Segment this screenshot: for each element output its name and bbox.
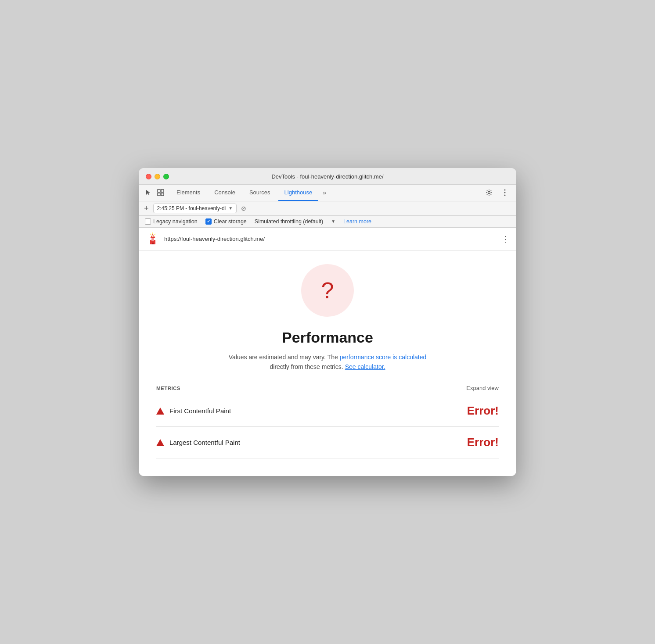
warning-triangle-icon <box>156 408 164 415</box>
metric-value-lcp: Error! <box>467 436 499 449</box>
tab-sources[interactable]: Sources <box>243 185 277 201</box>
metric-name-fcp: First Contentful Paint <box>169 407 462 415</box>
svg-point-12 <box>152 235 154 237</box>
throttle-dropdown-arrow[interactable]: ▼ <box>331 219 335 224</box>
traffic-lights <box>146 174 169 179</box>
calculator-link[interactable]: See calculator. <box>345 363 385 370</box>
svg-point-4 <box>488 192 490 194</box>
svg-rect-11 <box>152 243 154 244</box>
tab-lighthouse[interactable]: Lighthouse <box>278 185 319 201</box>
window-title: DevTools - foul-heavenly-direction.glitc… <box>271 173 383 180</box>
perf-score-link[interactable]: performance score is calculated <box>340 354 427 361</box>
throttle-label: Simulated throttling (default) <box>255 218 323 225</box>
clear-storage-checkbox-box[interactable] <box>205 218 212 225</box>
legacy-nav-checkbox[interactable]: Legacy navigation <box>145 218 198 225</box>
maximize-button[interactable] <box>163 174 169 179</box>
svg-rect-2 <box>158 193 160 196</box>
tab-more-button[interactable]: » <box>320 186 329 200</box>
settings-button[interactable] <box>483 186 495 199</box>
devtools-icons <box>144 188 165 197</box>
tab-elements[interactable]: Elements <box>170 185 206 201</box>
title-bar: DevTools - foul-heavenly-direction.glitc… <box>139 168 516 185</box>
legacy-nav-label: Legacy navigation <box>153 218 198 225</box>
warning-triangle-icon <box>156 439 164 446</box>
desc-part2: directly from these metrics. <box>270 363 345 370</box>
url-dropdown-arrow[interactable]: ▼ <box>228 206 233 211</box>
table-row: Largest Contentful Paint Error! <box>156 427 499 458</box>
lh-url: https://foul-heavenly-direction.glitch.m… <box>164 236 497 242</box>
metric-name-lcp: Largest Contentful Paint <box>169 439 462 446</box>
tab-console[interactable]: Console <box>208 185 241 201</box>
lighthouse-logo <box>146 232 160 246</box>
score-circle: ? <box>301 264 354 317</box>
metrics-list: First Contentful Paint Error! Largest Co… <box>156 395 499 458</box>
svg-rect-1 <box>161 190 164 192</box>
block-icon[interactable]: ⊘ <box>241 205 246 212</box>
new-tab-button[interactable]: + <box>144 204 149 212</box>
clear-storage-label: Clear storage <box>214 218 247 225</box>
learn-more-link[interactable]: Learn more <box>343 218 371 225</box>
close-button[interactable] <box>146 174 151 179</box>
svg-rect-9 <box>151 238 154 241</box>
toolbar-bar: + 2:45:25 PM - foul-heavenly-di ▼ ⊘ <box>139 201 516 216</box>
svg-line-15 <box>150 234 151 235</box>
inspect-icon[interactable] <box>156 188 165 197</box>
svg-rect-0 <box>158 190 160 192</box>
main-content: ? Performance Values are estimated and m… <box>139 251 516 476</box>
clear-storage-checkbox[interactable]: Clear storage <box>205 218 247 225</box>
options-bar: Legacy navigation Clear storage Simulate… <box>139 216 516 228</box>
tab-bar-right <box>483 186 511 199</box>
desc-part1: Values are estimated and may vary. The <box>229 354 340 361</box>
svg-point-6 <box>504 192 506 193</box>
svg-point-5 <box>504 190 506 191</box>
minimize-button[interactable] <box>155 174 160 179</box>
tab-bar: Elements Console Sources Lighthouse » <box>139 185 516 201</box>
devtools-window: DevTools - foul-heavenly-direction.glitc… <box>139 168 516 476</box>
table-row: First Contentful Paint Error! <box>156 395 499 427</box>
url-field[interactable]: 2:45:25 PM - foul-heavenly-di ▼ <box>153 204 237 213</box>
metrics-label: METRICS <box>156 386 180 391</box>
metric-value-fcp: Error! <box>467 404 499 418</box>
more-options-button[interactable] <box>499 186 511 199</box>
lh-more-button[interactable]: ⋮ <box>501 234 509 244</box>
score-question-mark: ? <box>321 277 334 304</box>
lh-header-row: https://foul-heavenly-direction.glitch.m… <box>139 228 516 251</box>
performance-heading: Performance <box>156 329 499 346</box>
cursor-icon[interactable] <box>144 188 153 197</box>
perf-description: Values are estimated and may vary. The p… <box>156 352 499 372</box>
metrics-header: METRICS Expand view <box>156 385 499 391</box>
svg-rect-3 <box>161 193 164 196</box>
expand-view-button[interactable]: Expand view <box>466 385 499 391</box>
timestamp-text: 2:45:25 PM - foul-heavenly-di <box>157 205 226 211</box>
legacy-nav-checkbox-box[interactable] <box>145 218 151 225</box>
svg-line-14 <box>155 234 155 235</box>
svg-point-7 <box>504 195 506 196</box>
score-area: ? <box>156 264 499 317</box>
